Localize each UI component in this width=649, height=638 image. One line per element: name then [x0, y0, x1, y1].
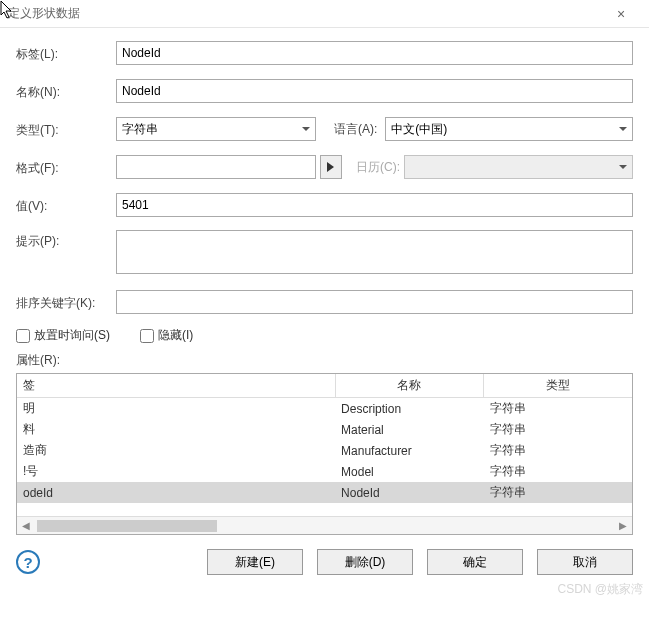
format-label: 格式(F): — [16, 157, 116, 177]
format-picker-button[interactable] — [320, 155, 342, 179]
window-title: 定义形状数据 — [8, 5, 80, 22]
scroll-right-icon[interactable]: ▶ — [614, 520, 632, 531]
table-row[interactable]: 料Material字符串 — [17, 419, 632, 440]
table-header-type[interactable]: 类型 — [484, 374, 632, 398]
attributes-table: 签 名称 类型 明Description字符串料Material字符串造商Man… — [16, 373, 633, 535]
sortkey-label: 排序关键字(K): — [16, 292, 116, 312]
name-input[interactable] — [116, 79, 633, 103]
table-cell: 字符串 — [484, 398, 632, 420]
horizontal-scrollbar[interactable]: ◀ ▶ — [17, 516, 632, 534]
table-cell: 字符串 — [484, 440, 632, 461]
type-label: 类型(T): — [16, 119, 116, 139]
value-input[interactable] — [116, 193, 633, 217]
sortkey-input[interactable] — [116, 290, 633, 314]
table-cell: 造商 — [17, 440, 335, 461]
attributes-label: 属性(R): — [16, 352, 633, 369]
table-header-name[interactable]: 名称 — [335, 374, 483, 398]
table-cell: 明 — [17, 398, 335, 420]
delete-button[interactable]: 删除(D) — [317, 549, 413, 575]
table-cell: Description — [335, 398, 483, 420]
ask-on-drop-label: 放置时询问(S) — [34, 327, 110, 344]
button-row: ? 新建(E) 删除(D) 确定 取消 — [0, 535, 649, 589]
ask-on-drop-input[interactable] — [16, 329, 30, 343]
scroll-thumb[interactable] — [37, 520, 217, 532]
hidden-checkbox[interactable]: 隐藏(I) — [140, 327, 193, 344]
ask-on-drop-checkbox[interactable]: 放置时询问(S) — [16, 327, 110, 344]
hidden-input[interactable] — [140, 329, 154, 343]
dialog-content: 标签(L): 名称(N): 类型(T): 字符串 语言(A): 中文(中国) 格… — [0, 28, 649, 535]
prompt-label: 提示(P): — [16, 230, 116, 250]
prompt-input[interactable] — [116, 230, 633, 274]
calendar-select — [404, 155, 633, 179]
new-button[interactable]: 新建(E) — [207, 549, 303, 575]
table-row[interactable]: 明Description字符串 — [17, 398, 632, 420]
cancel-button[interactable]: 取消 — [537, 549, 633, 575]
table-cell: 字符串 — [484, 461, 632, 482]
table-cell: 字符串 — [484, 482, 632, 503]
scroll-left-icon[interactable]: ◀ — [17, 520, 35, 531]
language-select[interactable]: 中文(中国) — [385, 117, 633, 141]
table-cell: odeId — [17, 482, 335, 503]
table-cell: 料 — [17, 419, 335, 440]
calendar-label: 日历(C): — [346, 159, 400, 176]
table-row[interactable]: 造商Manufacturer字符串 — [17, 440, 632, 461]
table-cell: NodeId — [335, 482, 483, 503]
titlebar: 定义形状数据 × — [0, 0, 649, 28]
language-label: 语言(A): — [324, 121, 377, 138]
value-label: 值(V): — [16, 195, 116, 215]
table-header-label[interactable]: 签 — [17, 374, 335, 398]
table-cell: Manufacturer — [335, 440, 483, 461]
close-icon[interactable]: × — [601, 6, 641, 22]
help-icon[interactable]: ? — [16, 550, 40, 574]
hidden-label: 隐藏(I) — [158, 327, 193, 344]
table-cell: Material — [335, 419, 483, 440]
name-label: 名称(N): — [16, 81, 116, 101]
type-select[interactable]: 字符串 — [116, 117, 316, 141]
table-cell: 字符串 — [484, 419, 632, 440]
table-row[interactable]: !号Model字符串 — [17, 461, 632, 482]
table-row[interactable]: odeIdNodeId字符串 — [17, 482, 632, 503]
table-cell: Model — [335, 461, 483, 482]
format-input[interactable] — [116, 155, 316, 179]
label-label: 标签(L): — [16, 43, 116, 63]
cursor-pointer-icon — [0, 0, 16, 20]
label-input[interactable] — [116, 41, 633, 65]
table-cell: !号 — [17, 461, 335, 482]
ok-button[interactable]: 确定 — [427, 549, 523, 575]
